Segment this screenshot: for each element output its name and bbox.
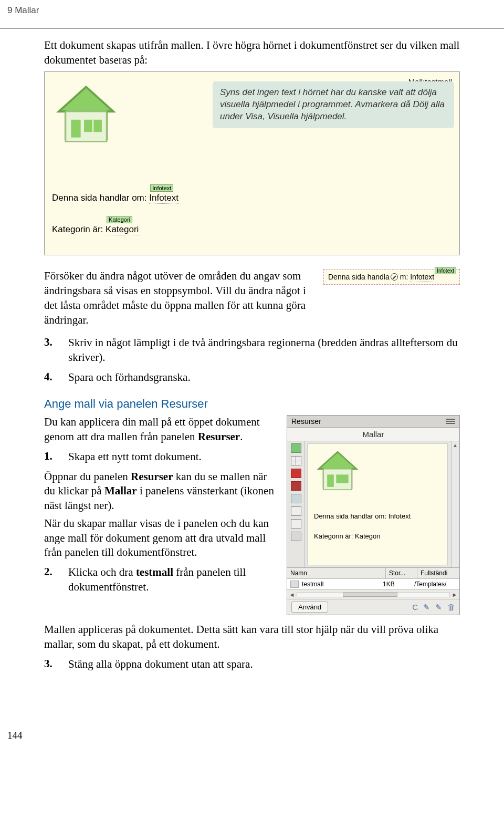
field1-label: Denna sida handlar om:: [52, 193, 149, 203]
sidebar-icon-swf[interactable]: [291, 469, 301, 478]
col-path[interactable]: Fullständi: [417, 568, 459, 578]
field2-label: Kategorin är:: [52, 224, 106, 234]
running-header: 9 Mallar: [0, 0, 504, 17]
snippet-prefix: Denna sida handla: [328, 273, 390, 281]
sidebar-icon-library[interactable]: [291, 532, 301, 541]
snippet-suffix: m:: [400, 273, 410, 281]
step-4-text: Spara och förhandsgranska.: [68, 370, 460, 385]
apply-button[interactable]: Använd: [291, 602, 328, 613]
edit-icon[interactable]: ✎: [435, 603, 442, 612]
panel-template-preview[interactable]: Denna sida handlar om: Infotext Kategori…: [307, 443, 448, 565]
step-3b-text: Stäng alla öppna dokument utan att spara…: [68, 657, 460, 672]
intro-paragraph: Ett dokument skapas utifrån mallen. I öv…: [44, 38, 460, 67]
refresh-icon[interactable]: C: [412, 603, 418, 612]
svg-rect-2: [71, 120, 80, 138]
svg-rect-8: [336, 475, 348, 483]
panel-hscrollbar[interactable]: ◄►: [287, 589, 459, 599]
sidebar-icon-image[interactable]: [291, 443, 301, 453]
kategori-tag: Kategori: [107, 216, 132, 223]
document-preview: Mall:testmall Syns det ingen text i hörn…: [44, 71, 460, 255]
panel-title: Resurser: [291, 417, 321, 426]
svg-rect-7: [327, 475, 334, 487]
resurser-intro: Du kan applicera din mall på ett öppet d…: [44, 415, 276, 444]
preview-line-1: Denna sida handlar om: Infotext: [314, 512, 411, 520]
step-3-text: Skriv in något lämpligt i de två ändring…: [68, 336, 460, 365]
preview-line-2: Kategorin är: Kategori: [314, 532, 380, 540]
page-number: 144: [0, 730, 504, 741]
trash-icon[interactable]: 🗑: [447, 603, 455, 612]
resurser-panel: Resurser Mallar: [287, 415, 460, 615]
panel-tab-mallar[interactable]: Mallar: [287, 428, 459, 441]
forbidden-cursor-icon: [391, 273, 398, 281]
table-row[interactable]: testmall 1KB /Templates/: [287, 579, 459, 589]
sidebar-icon-movie[interactable]: [291, 506, 301, 516]
info-callout: Syns det ingen text i hörnet har du kans…: [213, 81, 454, 128]
panel-category-sidebar: [287, 441, 305, 567]
step-3b-number: 3.: [44, 657, 56, 672]
applied-paragraph: Mallen appliceras på dokumentet. Detta s…: [44, 623, 460, 651]
sidebar-icon-templates[interactable]: [291, 519, 301, 529]
stop-symbol-paragraph: Försöker du ändra något utöver de område…: [44, 269, 313, 327]
header-rule: [0, 28, 504, 29]
snippet-infotext-tag: Infotext: [435, 267, 456, 274]
house-icon: [314, 448, 361, 495]
infotext-tag: Infotext: [150, 184, 173, 192]
sidebar-icon-script[interactable]: [291, 494, 301, 503]
col-name[interactable]: Namn: [287, 568, 386, 578]
field2-value: Kategori: [106, 224, 139, 235]
field1-value: Infotext: [149, 193, 178, 204]
locked-region-snippet: Infotext Denna sida handlam: Infotext: [323, 269, 460, 285]
step-1-number: 1.: [44, 450, 56, 464]
step-3-number: 3.: [44, 336, 56, 365]
new-template-icon[interactable]: ✎: [423, 603, 430, 612]
panel-scrollbar[interactable]: [451, 441, 459, 567]
panel-file-table: Namn Stor... Fullständi testmall 1KB /Te…: [287, 567, 459, 599]
snippet-value: Infotext: [410, 273, 434, 282]
col-size[interactable]: Stor...: [386, 568, 417, 578]
file-icon: [290, 581, 299, 588]
resurser-drag-explain: När du skapar mallar visas de i panelen …: [44, 516, 276, 560]
sidebar-icon-colors[interactable]: [291, 456, 301, 465]
step-2-number: 2.: [44, 565, 56, 594]
resurser-hint: Öppnar du panelen Resurser kan du se mal…: [44, 470, 276, 513]
panel-menu-icon[interactable]: [446, 418, 455, 425]
step-2-text: Klicka och dra testmall från panelen til…: [68, 565, 276, 594]
step-4-number: 4.: [44, 370, 56, 385]
house-icon: [52, 81, 120, 150]
step-1-text: Skapa ett nytt tomt dokument.: [68, 450, 276, 464]
sidebar-icon-flash[interactable]: [291, 481, 301, 491]
section-title-resurser: Ange mall via panelen Resurser: [44, 397, 460, 411]
